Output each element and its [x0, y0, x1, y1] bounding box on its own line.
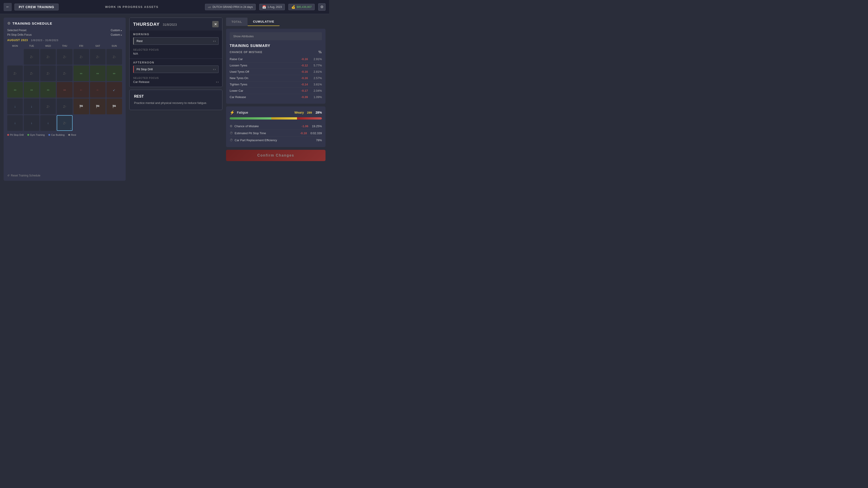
cal-cell-aug23[interactable]: zz [40, 98, 56, 114]
topbar: ← PIT CREW TRAINING WORK IN PROGRESS ASS… [0, 0, 329, 14]
summary-row: Tighten Tyres -0.14 3.81% [230, 81, 322, 88]
preset-val-1[interactable]: Custom ▸ [111, 29, 122, 32]
afternoon-select[interactable]: Pit Stop Drill ‹ › [133, 66, 219, 73]
legend-label-pitstop: Pit Stop Drill [10, 133, 24, 136]
afternoon-focus-link[interactable]: Car Release ‹ › [133, 80, 219, 84]
cal-cell-aug16[interactable]: ⇔ [40, 82, 56, 98]
modal-header: THURSDAY 31/8/2023 ✕ [129, 18, 222, 31]
preset-row-1: Selected Preset Custom ▸ [7, 29, 122, 32]
training-schedule-panel: ⚙ TRAINING SCHEDULE Selected Preset Cust… [4, 18, 126, 181]
metric-left: ⚙ Chance of Mistake [230, 124, 259, 128]
summary-change: -0.16 [301, 76, 308, 80]
metric-left: ⏱ Car Part Replacement Efficiency [230, 138, 277, 142]
cal-cell-aug31[interactable]: zz ↓ [57, 115, 72, 131]
summary-change: -0.16 [301, 70, 308, 73]
tab-total[interactable]: TOTAL [226, 18, 248, 26]
date-range-text: 1/8/2023 - 31/8/2023 [31, 39, 59, 41]
summary-row: Lower Car -0.17 2.04% [230, 88, 322, 94]
cal-cell-aug21[interactable]: ↓ [7, 98, 23, 114]
cal-cell-aug27[interactable]: 🏁 [106, 98, 122, 114]
legend-gym: Gym Training [27, 133, 45, 136]
preset-val-2[interactable]: Custom ▸ [111, 33, 122, 36]
preset-arrow-1: ▸ [121, 29, 122, 32]
fatigue-fill-yellow [271, 117, 297, 120]
show-attributes-button[interactable]: Show Attributes [230, 32, 322, 40]
morning-select[interactable]: Rest ‹ › [133, 37, 219, 45]
cal-cell-aug18[interactable]: ← [73, 82, 89, 98]
metrics-container: ⚙ Chance of Mistake -1.06 19.25% ⏱ Estim… [230, 123, 322, 143]
legend-dot-gym [27, 134, 29, 136]
afternoon-focus-val: Car Release [133, 80, 149, 84]
main-content: ⚙ TRAINING SCHEDULE Selected Preset Cust… [0, 14, 329, 184]
legend-rest: Rest [68, 133, 76, 136]
cal-cell-aug20[interactable]: ↙ [106, 82, 122, 98]
day-header-sat: SAT [90, 43, 105, 48]
money-badge: 💰 $85,436,807 [288, 4, 315, 10]
rest-description-card: REST Practice mental and physical recove… [129, 90, 222, 110]
modal-close-button[interactable]: ✕ [212, 21, 219, 27]
legend-car: Car Building [49, 133, 65, 136]
back-icon: ← [6, 4, 10, 9]
cal-cell-aug28[interactable]: ↓ [7, 115, 23, 131]
cal-cell-aug7[interactable]: zz [7, 66, 23, 81]
cal-cell-aug22[interactable]: ↓ [24, 98, 39, 114]
cal-cell-aug19[interactable]: ← [90, 82, 105, 98]
cal-cell-aug5[interactable]: zz [90, 49, 105, 65]
cal-cell-aug8[interactable]: zz [24, 66, 39, 81]
preset-label-1: Selected Preset [7, 29, 26, 32]
day-header-thu: THU [57, 43, 72, 48]
cal-cell-aug2[interactable]: zz [40, 49, 56, 65]
metric-name: Estimated Pit Stop Time [235, 131, 266, 135]
morning-focus-section: SELECTED FOCUS N/A [129, 47, 222, 59]
legend-pitstop: Pit Stop Drill [7, 133, 24, 136]
confirm-button[interactable]: Confirm Changes [226, 150, 326, 161]
day-header-fri: FRI [73, 43, 89, 48]
cal-cell-aug10[interactable]: zz [57, 66, 72, 81]
morning-arrows: ‹ › [213, 39, 216, 43]
cal-cell-aug9[interactable]: zz [40, 66, 56, 81]
back-button[interactable]: ← [4, 3, 12, 11]
cal-empty-1 [7, 49, 23, 65]
preset-value-1: Custom [111, 29, 120, 32]
cal-cell-aug30[interactable]: ↓ [40, 115, 56, 131]
cal-cell-aug3[interactable]: zz [57, 49, 72, 65]
afternoon-focus-section: SELECTED FOCUS Car Release ‹ › [129, 75, 222, 87]
cal-cell-aug4[interactable]: zz [73, 49, 89, 65]
summary-val: 2.57% [311, 76, 322, 80]
panel-title: ⚙ TRAINING SCHEDULE [7, 21, 122, 26]
cal-cell-aug15[interactable]: ⇔ [24, 82, 39, 98]
metric-val: 78% [316, 138, 322, 142]
summary-val: 3.81% [311, 83, 322, 86]
cal-cell-aug25[interactable]: 🏁 [73, 98, 89, 114]
cal-cell-aug13[interactable]: ⇔ [106, 66, 122, 81]
summary-row: Raise Car -0.16 2.91% [230, 56, 322, 62]
cal-cell-aug1[interactable]: zz [24, 49, 39, 65]
summary-val: 2.81% [311, 70, 322, 73]
cal-cell-aug12[interactable]: ⇔ [90, 66, 105, 81]
cal-cell-aug14[interactable]: ⇔ [7, 82, 23, 98]
training-summary-title: TRAINING SUMMARY [230, 44, 322, 48]
summary-header-row: CHANCE OF MISTAKE % [230, 50, 322, 54]
cal-cell-aug17[interactable]: ⇔ [57, 82, 72, 98]
tab-cumulative[interactable]: CUMULATIVE [248, 18, 280, 26]
settings-button[interactable]: ⚙ [318, 3, 326, 11]
summary-change: -0.14 [301, 83, 308, 86]
cal-cell-aug24[interactable]: zz [57, 98, 72, 114]
fatigue-num: 289 [307, 111, 312, 114]
afternoon-label: AFTERNOON [129, 59, 222, 66]
day-header-sun: SUN [106, 43, 122, 48]
next-race-text: DUTCH GRAND PRIX in 24 days [213, 5, 253, 8]
rest-title: REST [134, 94, 218, 98]
cal-cell-aug26[interactable]: 🏁 [90, 98, 105, 114]
cal-cell-aug29[interactable]: ↓ [24, 115, 39, 131]
summary-change: -0.16 [301, 57, 308, 61]
rest-description: Practice mental and physical recovery to… [134, 101, 218, 105]
cal-cell-aug6[interactable]: zz [106, 49, 122, 65]
middle-panel: THURSDAY 31/8/2023 ✕ MORNING Rest ‹ › SE… [129, 18, 222, 181]
fatigue-icon: ⚡ [230, 110, 235, 115]
morning-label: MORNING [129, 31, 222, 37]
cal-cell-aug11[interactable]: ⇔ [73, 66, 89, 81]
metric-icon: ⏱ [230, 131, 233, 135]
summary-change: -0.39 [301, 95, 308, 99]
reset-button[interactable]: ↺ Reset Training Schedule [7, 174, 40, 177]
